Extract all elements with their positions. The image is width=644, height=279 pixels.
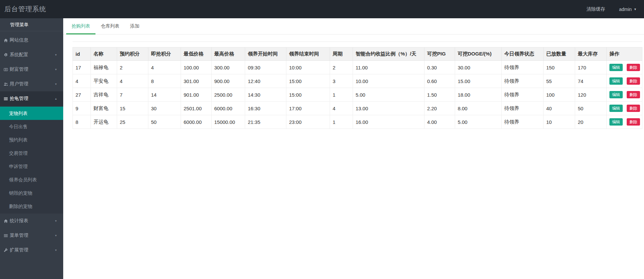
table-cell: 15:00	[286, 88, 330, 102]
sidebar-subitem-label: 领养会员列表	[9, 177, 37, 182]
delete-button[interactable]: 删除	[627, 77, 640, 85]
table-cell: 福禄龟	[91, 61, 117, 74]
sidebar-subitem[interactable]: 预约列表	[0, 133, 63, 146]
edit-button[interactable]: 编辑	[609, 64, 623, 71]
table-cell: 20	[575, 115, 607, 129]
tab-label: 仓库列表	[101, 23, 119, 29]
topbar-right: 清除缓存 admin ▼	[586, 6, 644, 12]
sidebar-subitem-label: 交易管理	[9, 150, 28, 156]
sidebar-subitem[interactable]: 删除的宠物	[0, 200, 63, 213]
table-row: 4平安龟48301.00900.0012:4015:00310.000.6015…	[73, 74, 642, 88]
table-cell: 0.30	[424, 61, 455, 74]
table-cell: 23:00	[286, 115, 330, 129]
table-cell: 10.00	[353, 74, 424, 88]
column-header: 领养开始时间	[245, 47, 286, 61]
wrench-icon	[3, 248, 8, 252]
sidebar-subitem[interactable]: 领养会员列表	[0, 173, 63, 186]
actions-cell: 编辑删除	[607, 115, 642, 129]
column-header: 最低价格	[181, 47, 212, 61]
tab[interactable]: 仓库列表	[95, 18, 125, 34]
sidebar-subitem[interactable]: 申诉管理	[0, 160, 63, 173]
sidebar-item[interactable]: 抢龟管理▲	[0, 91, 63, 106]
table-cell: 11.00	[353, 61, 424, 74]
column-header: 领养结束时间	[286, 47, 330, 61]
sidebar-item[interactable]: 统计报表▼	[0, 214, 63, 228]
sidebar-item-label: 用户管理	[10, 81, 28, 87]
list-icon	[3, 96, 8, 101]
username: admin	[619, 7, 632, 12]
sidebar-subitem-label: 宠物列表	[9, 111, 28, 116]
column-header: id	[73, 47, 91, 61]
actions-cell: 编辑删除	[607, 102, 642, 115]
edit-button[interactable]: 编辑	[609, 118, 623, 126]
divider	[73, 42, 642, 42]
sidebar-item[interactable]: 用户管理▼	[0, 77, 63, 91]
table-cell: 21:35	[245, 115, 286, 129]
delete-button[interactable]: 删除	[627, 118, 640, 126]
column-header: 名称	[91, 47, 117, 61]
table-cell: 7	[117, 88, 148, 102]
table-cell: 15:00	[286, 74, 330, 88]
table-cell: 16:30	[245, 102, 286, 115]
table-cell: 09:30	[245, 61, 286, 74]
table-cell: 12:40	[245, 74, 286, 88]
tab[interactable]: 添加	[125, 18, 145, 34]
sidebar-subitem-label: 今日出售	[9, 124, 28, 129]
sidebar-subitem[interactable]: 交易管理	[0, 146, 63, 160]
column-header: 已放数量	[544, 47, 575, 61]
table-cell: 2501.00	[181, 102, 212, 115]
sidebar-item[interactable]: 系统配置▼	[0, 47, 63, 62]
tab[interactable]: 抢购列表	[66, 18, 95, 34]
delete-button[interactable]: 删除	[627, 105, 640, 112]
table-cell: 9	[73, 102, 91, 115]
edit-button[interactable]: 编辑	[609, 91, 623, 98]
column-header: 即抢积分	[148, 47, 181, 61]
table-row: 17福禄龟24100.00300.0009:3010:00211.000.303…	[73, 61, 642, 74]
sidebar-subitem-label: 销毁的宠物	[9, 190, 32, 196]
table-cell: 15	[117, 102, 148, 115]
table-cell: 100.00	[181, 61, 212, 74]
table-cell: 100	[544, 88, 575, 102]
caret-up-icon: ▲	[55, 97, 57, 100]
edit-button[interactable]: 编辑	[609, 77, 623, 85]
table-cell: 900.00	[212, 74, 245, 88]
sidebar-item[interactable]: 菜单管理▼	[0, 228, 63, 243]
caret-down-icon: ▼	[55, 68, 57, 71]
table-cell: 待领养	[502, 102, 544, 115]
table-cell: 30.00	[455, 61, 502, 74]
sidebar: 管理菜单 网站信息系统配置▼财富管理▼用户管理▼抢龟管理▲宠物列表今日出售预约列…	[0, 18, 63, 279]
table-cell: 8.00	[455, 102, 502, 115]
sidebar-item[interactable]: 网站信息	[0, 33, 63, 47]
sidebar-submenu: 宠物列表今日出售预约列表交易管理申诉管理领养会员列表销毁的宠物删除的宠物	[0, 106, 63, 214]
sidebar-item-label: 抢龟管理	[10, 96, 28, 102]
table-cell: 平安龟	[91, 74, 117, 88]
sidebar-subitem-label: 申诉管理	[9, 164, 28, 169]
clear-cache-link[interactable]: 清除缓存	[586, 6, 605, 12]
table-cell: 6000.00	[212, 102, 245, 115]
table-cell: 开运龟	[91, 115, 117, 129]
delete-button[interactable]: 删除	[627, 64, 640, 71]
table-cell: 50	[148, 115, 181, 129]
table-cell: 40	[544, 102, 575, 115]
sidebar-item[interactable]: 扩展管理▼	[0, 243, 63, 257]
table-cell: 1	[330, 88, 353, 102]
table-cell: 14	[148, 88, 181, 102]
table-cell: 待领养	[502, 88, 544, 102]
table-cell: 4	[148, 61, 181, 74]
sidebar-subitem[interactable]: 销毁的宠物	[0, 186, 63, 200]
table-cell: 5.00	[353, 88, 424, 102]
table-cell: 18.00	[455, 88, 502, 102]
sidebar-subitem[interactable]: 宠物列表	[0, 107, 63, 120]
table-cell: 8	[73, 115, 91, 129]
edit-button[interactable]: 编辑	[609, 105, 623, 112]
table-cell: 30	[148, 102, 181, 115]
delete-button[interactable]: 删除	[627, 91, 640, 98]
sidebar-item[interactable]: 财富管理▼	[0, 62, 63, 77]
sidebar-subitem[interactable]: 今日出售	[0, 120, 63, 133]
caret-down-icon: ▼	[55, 83, 57, 86]
table-cell: 1	[330, 115, 353, 129]
table-cell: 17	[73, 61, 91, 74]
user-menu[interactable]: admin ▼	[619, 7, 637, 12]
table-cell: 15.00	[455, 74, 502, 88]
home-icon	[3, 38, 8, 43]
